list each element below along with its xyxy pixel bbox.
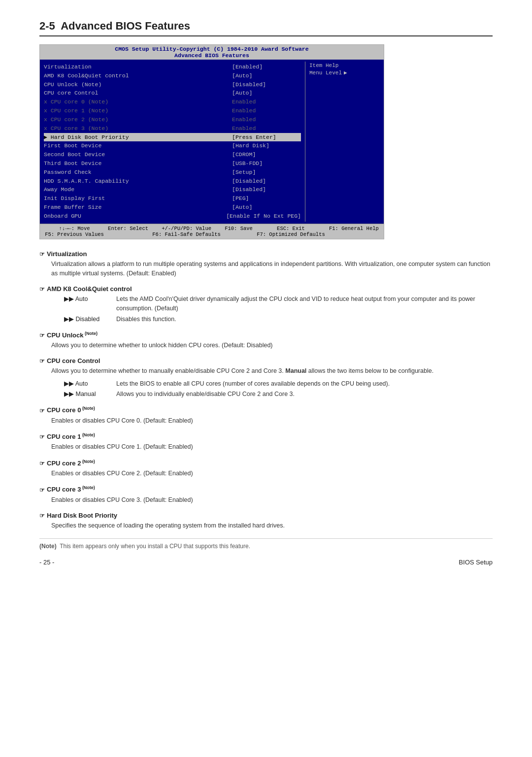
sub-item: ▶▶ ManualAllows you to individually enab… xyxy=(64,390,493,399)
bios-row-label: HDD S.M.A.R.T. Capability xyxy=(44,177,232,186)
bios-row-value: [USB-FDD] xyxy=(232,159,301,168)
sub-item-desc: Disables this function. xyxy=(116,315,493,324)
section-title-amd-k8: ☞AMD K8 Cool&Quiet control xyxy=(39,285,493,293)
bios-row-label: CPU core Control xyxy=(44,89,232,98)
bios-row-label: Password Check xyxy=(44,168,232,177)
sub-item-desc: Allows you to individually enable/disabl… xyxy=(116,390,493,399)
section-arrow-icon: ☞ xyxy=(39,433,45,440)
section-title-cpu-core-control: ☞CPU core Control xyxy=(39,357,493,364)
bios-setup-label: BIOS Setup xyxy=(459,559,493,566)
item-help-label: Item Help xyxy=(309,63,380,68)
section-arrow-icon: ☞ xyxy=(39,487,45,494)
bios-row-value: [CDROM] xyxy=(232,150,301,159)
sub-item-desc: Lets the AMD Cool'n'Quiet driver dynamic… xyxy=(116,295,493,313)
section-desc-cpu-core-0: Enables or disables CPU Core 0. (Default… xyxy=(51,416,493,426)
bios-row: Password Check[Setup] xyxy=(44,168,301,177)
section-title-text: CPU core 3 (Note) xyxy=(47,485,95,493)
bios-row-value: Enabled xyxy=(232,98,301,106)
bios-row-value: Enabled xyxy=(232,106,301,115)
bios-row-label: Away Mode xyxy=(44,185,232,194)
note-section: (Note) This item appears only when you i… xyxy=(39,538,493,550)
bios-row: Frame Buffer Size[Auto] xyxy=(44,203,301,212)
bios-row-value: Enabled xyxy=(232,115,301,124)
bios-row-value: [Hard Disk] xyxy=(232,141,301,150)
bios-row: Second Boot Device[CDROM] xyxy=(44,150,301,159)
section-title-text: Virtualization xyxy=(47,250,87,258)
section-title-cpu-unlock: ☞CPU Unlock (Note) xyxy=(39,331,493,339)
section-title-text: CPU Unlock (Note) xyxy=(47,331,98,339)
section-title-virtualization: ☞Virtualization xyxy=(39,250,493,258)
section-desc-cpu-unlock: Allows you to determine whether to unloc… xyxy=(51,341,493,350)
section-title-cpu-core-3: ☞CPU core 3 (Note) xyxy=(39,485,493,493)
section-cpu-unlock: ☞CPU Unlock (Note)Allows you to determin… xyxy=(39,331,493,351)
bios-row: Virtualization[Enabled] xyxy=(44,63,301,71)
bios-row-label: x CPU core 0 (Note) xyxy=(44,98,232,106)
section-arrow-icon: ☞ xyxy=(39,512,45,519)
bios-row-label: CPU Unlock (Note) xyxy=(44,80,232,89)
section-arrow-icon: ☞ xyxy=(39,332,45,339)
bios-row: Third Boot Device[USB-FDD] xyxy=(44,159,301,168)
bios-row-value: [Enabled] xyxy=(232,63,301,71)
menu-level-arrow: ▶ xyxy=(344,69,347,76)
bios-row-label: First Boot Device xyxy=(44,141,232,150)
section-arrow-icon: ☞ xyxy=(39,460,45,467)
bios-row-value: [Disabled] xyxy=(232,177,301,186)
footer-col-1: ↑↓→←: Move F5: Previous Values xyxy=(45,226,104,237)
bios-row-label: Init Display First xyxy=(44,194,232,203)
bios-row: x CPU core 3 (Note)Enabled xyxy=(44,124,301,133)
sub-item: ▶▶ AutoLets the AMD Cool'n'Quiet driver … xyxy=(64,295,493,313)
bios-left-panel: Virtualization[Enabled] AMD K8 Cool&Quie… xyxy=(40,62,305,222)
bios-row-value: [Auto] xyxy=(232,89,301,98)
footer-col-4: F10: Save xyxy=(225,226,253,237)
bios-row-label: ▶ Hard Disk Boot Priority xyxy=(44,133,232,142)
section-desc-cpu-core-control: Allows you to determine whether to manua… xyxy=(51,366,493,376)
bios-row-label: Virtualization xyxy=(44,63,232,71)
section-number-title: 2-5 Advanced BIOS Features xyxy=(39,20,493,36)
bios-row: x CPU core 2 (Note)Enabled xyxy=(44,115,301,124)
page-title: 2-5 Advanced BIOS Features xyxy=(39,20,493,36)
section-cpu-core-0: ☞CPU core 0 (Note)Enables or disables CP… xyxy=(39,406,493,426)
sub-item: ▶▶ AutoLets the BIOS to enable all CPU c… xyxy=(64,379,493,389)
section-title-text: CPU core Control xyxy=(47,357,100,364)
section-title-text: AMD K8 Cool&Quiet control xyxy=(47,285,132,293)
bios-row-value: [Disabled] xyxy=(232,80,301,89)
bios-footer: ↑↓→←: Move F5: Previous Values Enter: Se… xyxy=(40,224,384,239)
doc-sections: ☞VirtualizationVirtualization allows a p… xyxy=(39,250,493,531)
section-arrow-icon: ☞ xyxy=(39,286,45,293)
section-title-text: CPU core 0 (Note) xyxy=(47,406,95,414)
section-virtualization: ☞VirtualizationVirtualization allows a p… xyxy=(39,250,493,279)
section-desc-cpu-core-3: Enables or disables CPU Core 3. (Default… xyxy=(51,495,493,505)
footer-col-5: ESC: Exit F7: Optimized Defaults xyxy=(257,226,325,237)
section-arrow-icon: ☞ xyxy=(39,358,45,364)
bios-row-value: [Enable If No Ext PEG] xyxy=(226,212,301,221)
bios-row: AMD K8 Cool&Quiet control[Auto] xyxy=(44,71,301,80)
section-desc-hard-disk-boot-priority: Specifies the sequence of loading the op… xyxy=(51,521,493,530)
bios-row: First Boot Device[Hard Disk] xyxy=(44,141,301,150)
bios-row-label: Frame Buffer Size xyxy=(44,203,232,212)
bios-row: HDD S.M.A.R.T. Capability[Disabled] xyxy=(44,177,301,186)
bios-body: Virtualization[Enabled] AMD K8 Cool&Quie… xyxy=(40,60,384,224)
section-title-text: Hard Disk Boot Priority xyxy=(47,512,117,519)
bios-row-value: [Press Enter] xyxy=(232,133,301,142)
bios-row: Away Mode[Disabled] xyxy=(44,185,301,194)
bios-row-value: [Disabled] xyxy=(232,185,301,194)
section-hard-disk-boot-priority: ☞Hard Disk Boot PrioritySpecifies the se… xyxy=(39,512,493,530)
page-number: - 25 - xyxy=(39,559,54,566)
section-title-hard-disk-boot-priority: ☞Hard Disk Boot Priority xyxy=(39,512,493,519)
sub-item-label: ▶▶ Auto xyxy=(64,295,108,313)
section-title-cpu-core-1: ☞CPU core 1 (Note) xyxy=(39,432,493,440)
bios-header: CMOS Setup Utility-Copyright (C) 1984-20… xyxy=(40,45,384,60)
bios-row-label: x CPU core 1 (Note) xyxy=(44,106,232,115)
section-desc-cpu-core-2: Enables or disables CPU Core 2. (Default… xyxy=(51,469,493,478)
footer-col-2: Enter: Select xyxy=(108,226,148,237)
section-arrow-icon: ☞ xyxy=(39,251,45,258)
bios-right-panel: Item Help Menu Level ▶ xyxy=(305,62,384,222)
section-cpu-core-3: ☞CPU core 3 (Note)Enables or disables CP… xyxy=(39,485,493,505)
bios-row-value: Enabled xyxy=(232,124,301,133)
bios-row-label: Onboard GPU xyxy=(44,212,226,221)
section-cpu-core-1: ☞CPU core 1 (Note)Enables or disables CP… xyxy=(39,432,493,452)
bios-row-value: [PEG] xyxy=(232,194,301,203)
bios-row: CPU core Control[Auto] xyxy=(44,89,301,98)
bios-row: ▶ Hard Disk Boot Priority[Press Enter] xyxy=(44,133,301,142)
section-cpu-core-control: ☞CPU core ControlAllows you to determine… xyxy=(39,357,493,399)
